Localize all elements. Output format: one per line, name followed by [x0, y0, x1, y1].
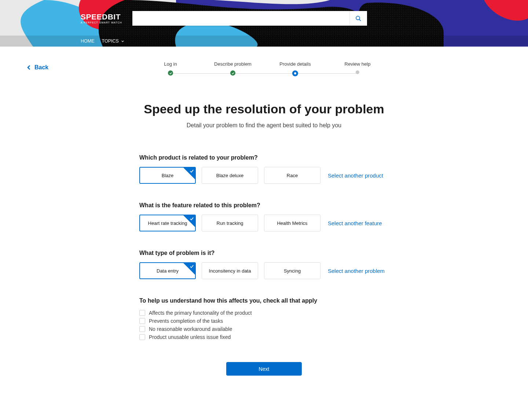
svg-line-4: [359, 19, 360, 21]
chevron-left-icon: [26, 64, 32, 71]
select-another-product[interactable]: Select another product: [328, 172, 383, 179]
impact-checkbox-4[interactable]: [139, 334, 145, 340]
step-dot-4: [356, 70, 359, 74]
product-option-blaze[interactable]: Blaze: [139, 167, 196, 184]
check-icon: [189, 264, 194, 269]
nav-topics-label: TOPICS: [102, 39, 119, 44]
impact-label-1: Affects the primary functonality of the …: [149, 310, 252, 316]
chevron-down-icon: [121, 39, 125, 43]
nav-home-label: HOME: [81, 39, 95, 44]
feature-option-heart-rate[interactable]: Heart rate tracking: [139, 215, 196, 231]
select-another-feature[interactable]: Select another feature: [328, 220, 382, 226]
feature-option-label: Heart rate tracking: [148, 220, 187, 226]
impact-group: To help us understand how this affects y…: [139, 297, 389, 340]
search-icon: [355, 15, 362, 22]
product-option-label: Blaze: [162, 173, 174, 178]
impact-checkbox-3[interactable]: [139, 326, 145, 332]
step-dot-3: [292, 70, 298, 76]
nav-home[interactable]: HOME: [81, 39, 95, 44]
step-3-label: Provide details: [264, 61, 326, 67]
next-button[interactable]: Next: [226, 362, 302, 376]
check-icon: [189, 168, 194, 174]
impact-checkbox-1[interactable]: [139, 310, 145, 316]
search-input[interactable]: [132, 11, 349, 26]
step-dot-1: [168, 70, 173, 76]
progress-stepper: Log in Describe problem Provide details …: [139, 61, 389, 76]
product-group-label: Which product is related to your problem…: [139, 154, 389, 161]
brand-tagline: A PERFECT SMART WATCH: [81, 21, 122, 24]
problem-group: What type of problem is it? Data entry I…: [139, 250, 389, 279]
problem-option-label: Inconsitency in data: [209, 268, 251, 274]
check-icon: [189, 216, 194, 221]
impact-checkbox-2[interactable]: [139, 318, 145, 324]
feature-group-label: What is the feature related to this prob…: [139, 202, 389, 209]
search-bar: [132, 11, 367, 26]
feature-option-label: Run tracking: [217, 220, 243, 226]
impact-item-4: Product unusable unless issue fixed: [139, 334, 389, 340]
feature-option-run-tracking[interactable]: Run tracking: [202, 215, 258, 231]
back-label: Back: [34, 64, 48, 71]
back-button[interactable]: Back: [26, 64, 48, 71]
svg-point-3: [356, 16, 360, 20]
problem-option-label: Data entry: [157, 268, 179, 274]
problem-option-syncing[interactable]: Syncing: [264, 262, 320, 279]
product-option-label: Race: [287, 173, 298, 178]
select-another-problem[interactable]: Select another problem: [328, 268, 385, 274]
page-subtitle: Detail your problem to find the agent be…: [81, 122, 447, 129]
feature-group: What is the feature related to this prob…: [139, 202, 389, 231]
check-icon: [231, 72, 235, 75]
impact-label-4: Product unusable unless issue fixed: [149, 334, 231, 340]
brand-name: SPEEDBIT: [81, 13, 122, 21]
impact-label-3: No reasonable workaround available: [149, 326, 232, 332]
feature-option-health-metrics[interactable]: Health Metrics: [264, 215, 320, 231]
impact-label-2: Prevents completion of the tasks: [149, 318, 223, 324]
product-option-race[interactable]: Race: [264, 167, 320, 184]
impact-item-2: Prevents completion of the tasks: [139, 318, 389, 324]
step-dot-2: [230, 70, 235, 76]
impact-item-1: Affects the primary functonality of the …: [139, 310, 389, 316]
product-option-label: Blaze deluxe: [216, 173, 243, 178]
step-2-label: Describe problem: [202, 61, 264, 67]
problem-option-data-entry[interactable]: Data entry: [139, 262, 196, 279]
search-button[interactable]: [349, 11, 367, 26]
impact-item-3: No reasonable workaround available: [139, 326, 389, 332]
step-1-label: Log in: [139, 61, 202, 67]
feature-option-label: Health Metrics: [277, 220, 307, 226]
brand-logo: SPEEDBIT A PERFECT SMART WATCH: [81, 13, 122, 24]
problem-group-label: What type of problem is it?: [139, 250, 389, 256]
product-option-blaze-deluxe[interactable]: Blaze deluxe: [202, 167, 258, 184]
nav-topics[interactable]: TOPICS: [102, 39, 125, 44]
page-title: Speed up the resolution of your problem: [81, 102, 447, 116]
problem-option-label: Syncing: [284, 268, 301, 274]
check-icon: [169, 72, 172, 75]
product-group: Which product is related to your problem…: [139, 154, 389, 184]
problem-option-inconsistency[interactable]: Inconsitency in data: [202, 262, 258, 279]
step-4-label: Review help: [326, 61, 389, 67]
impact-group-label: To help us understand how this affects y…: [139, 297, 389, 304]
